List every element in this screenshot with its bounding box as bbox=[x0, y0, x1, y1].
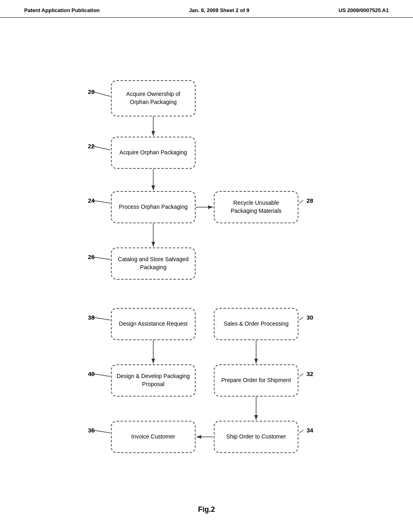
arrows-svg bbox=[0, 18, 413, 501]
number-label-lbl24: 24 bbox=[88, 197, 95, 204]
number-label-lbl20: 20 bbox=[88, 88, 95, 95]
figure-caption: Fig.2 bbox=[0, 505, 413, 514]
svg-line-18 bbox=[92, 430, 110, 433]
flow-box-box24: Process Orphan Packaging bbox=[111, 191, 196, 223]
flow-box-box28: Recycle Unusable Packaging Materials bbox=[214, 191, 298, 223]
header-center: Jan. 8, 2009 Sheet 2 of 9 bbox=[189, 7, 250, 13]
number-label-lbl30: 30 bbox=[307, 314, 313, 321]
svg-line-12 bbox=[299, 200, 303, 203]
number-label-lbl26: 26 bbox=[88, 254, 95, 260]
header-right: US 2009/0007525 A1 bbox=[338, 7, 389, 13]
flow-box-box34: Ship Order to Customer bbox=[214, 421, 298, 453]
flow-box-box30: Sales & Order Processing bbox=[214, 308, 298, 340]
number-label-lbl22: 22 bbox=[88, 143, 95, 150]
svg-line-17 bbox=[299, 374, 303, 376]
number-label-lbl32: 32 bbox=[307, 370, 313, 377]
number-label-lbl38: 38 bbox=[88, 314, 95, 321]
svg-line-14 bbox=[92, 317, 110, 320]
svg-line-19 bbox=[299, 430, 303, 433]
number-label-lbl34: 34 bbox=[307, 427, 313, 434]
page-header: Patent Application Publication Jan. 8, 2… bbox=[0, 0, 413, 18]
svg-line-13 bbox=[92, 257, 110, 260]
number-label-lbl28: 28 bbox=[307, 197, 313, 204]
svg-line-15 bbox=[299, 317, 303, 320]
flow-box-box20: Acquire Ownership of Orphan Packaging bbox=[111, 80, 196, 116]
flow-box-box32: Prepare Order for Shipment bbox=[214, 364, 298, 397]
svg-line-9 bbox=[92, 91, 110, 96]
flow-box-box22: Acquire Orphan Packaging bbox=[111, 137, 196, 169]
flow-box-box38: Design Assistance Request bbox=[111, 308, 196, 340]
flow-box-box26: Catalog and Store Salvaged Packaging bbox=[111, 247, 196, 280]
flow-box-box36: Invoice Customer bbox=[111, 421, 196, 453]
number-label-lbl40: 40 bbox=[88, 370, 95, 377]
header-left: Patent Application Publication bbox=[24, 7, 100, 13]
svg-line-16 bbox=[92, 374, 110, 376]
number-label-lbl36: 36 bbox=[88, 427, 95, 434]
diagram-area: Acquire Ownership of Orphan PackagingAcq… bbox=[0, 18, 413, 501]
svg-line-10 bbox=[92, 146, 110, 150]
flow-box-box40: Design & Develop Packaging Proposal bbox=[111, 364, 196, 397]
